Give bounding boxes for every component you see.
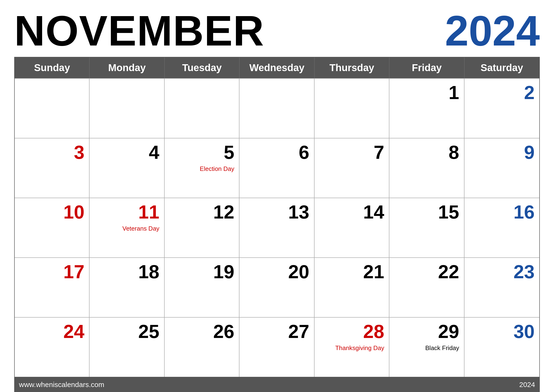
week-row-5: 2425262728Thanksgiving Day29Black Friday…	[15, 317, 539, 377]
calendar-header: NOVEMBER 2024	[14, 9, 540, 57]
footer-bar: www.wheniscalendars.com 2024	[14, 377, 540, 392]
day-number: 16	[513, 202, 535, 223]
day-cell: 8	[389, 138, 464, 198]
day-cell: 15	[389, 198, 464, 257]
day-cell: 4	[90, 138, 164, 198]
holiday-label: Election Day	[200, 165, 234, 173]
day-cell: 27	[239, 318, 314, 377]
day-cell: 29Black Friday	[389, 318, 464, 377]
week-row-2: 345Election Day6789	[15, 138, 539, 198]
holiday-label: Thanksgiving Day	[335, 344, 384, 352]
day-number: 27	[288, 321, 309, 342]
day-number: 24	[63, 321, 84, 342]
day-cell: 7	[315, 138, 389, 198]
week-row-3: 1011Veterans Day1213141516	[15, 198, 539, 257]
week-row-1: 12	[15, 78, 539, 138]
day-number: 13	[288, 202, 309, 223]
year-title: 2024	[445, 9, 540, 52]
holiday-label: Veterans Day	[122, 225, 159, 232]
day-number: 30	[513, 321, 535, 342]
day-cell: 16	[464, 198, 539, 257]
day-cell	[315, 79, 389, 138]
day-header-tuesday: Tuesday	[165, 57, 239, 78]
day-cell: 21	[315, 258, 389, 317]
day-number: 21	[363, 261, 384, 282]
day-header-wednesday: Wednesday	[239, 57, 314, 78]
day-number: 2	[524, 82, 535, 103]
day-number: 5	[224, 142, 235, 163]
day-cell	[239, 79, 314, 138]
day-cell: 5Election Day	[165, 138, 239, 198]
day-cell: 12	[165, 198, 239, 257]
day-header-saturday: Saturday	[464, 57, 539, 78]
day-number: 22	[438, 261, 459, 282]
day-cell: 18	[90, 258, 164, 317]
day-cell: 25	[90, 318, 164, 377]
day-number: 7	[374, 142, 384, 163]
day-number: 17	[63, 261, 84, 282]
day-header-friday: Friday	[389, 57, 464, 78]
week-row-4: 17181920212223	[15, 257, 539, 317]
calendar-container: NOVEMBER 2024 SundayMondayTuesdayWednesd…	[0, 0, 554, 392]
day-number: 15	[438, 202, 459, 223]
day-cell: 3	[15, 138, 90, 198]
day-number: 14	[363, 202, 384, 223]
day-header-sunday: Sunday	[15, 57, 90, 78]
day-cell: 2	[464, 79, 539, 138]
day-header-monday: Monday	[90, 57, 164, 78]
day-cell: 20	[239, 258, 314, 317]
day-cell: 14	[315, 198, 389, 257]
footer-website: www.wheniscalendars.com	[19, 381, 104, 389]
day-cell: 23	[464, 258, 539, 317]
footer-year: 2024	[519, 381, 535, 389]
day-cell: 9	[464, 138, 539, 198]
day-cell: 26	[165, 318, 239, 377]
day-number: 23	[513, 261, 535, 282]
day-number: 20	[288, 261, 309, 282]
day-cell: 19	[165, 258, 239, 317]
day-number: 18	[138, 261, 159, 282]
day-number: 28	[363, 321, 384, 342]
day-cell: 24	[15, 318, 90, 377]
day-cell: 1	[389, 79, 464, 138]
day-cell: 13	[239, 198, 314, 257]
day-number: 4	[149, 142, 159, 163]
day-cell	[15, 79, 90, 138]
day-cell: 17	[15, 258, 90, 317]
day-cell: 10	[15, 198, 90, 257]
day-number: 9	[524, 142, 535, 163]
day-number: 11	[138, 202, 159, 223]
day-number: 12	[213, 202, 234, 223]
day-header-thursday: Thursday	[315, 57, 389, 78]
day-number: 19	[213, 261, 234, 282]
day-number: 8	[449, 142, 459, 163]
day-number: 1	[449, 82, 459, 103]
day-cell: 28Thanksgiving Day	[315, 318, 389, 377]
day-cell: 30	[464, 318, 539, 377]
weeks-container: 12345Election Day67891011Veterans Day121…	[15, 78, 539, 377]
day-number: 3	[74, 142, 84, 163]
day-cell	[90, 79, 164, 138]
day-cell: 11Veterans Day	[90, 198, 164, 257]
day-cell: 22	[389, 258, 464, 317]
day-number: 26	[213, 321, 234, 342]
day-cell	[165, 79, 239, 138]
day-cell: 6	[239, 138, 314, 198]
holiday-label: Black Friday	[425, 344, 459, 352]
day-number: 29	[438, 321, 459, 342]
calendar-grid: SundayMondayTuesdayWednesdayThursdayFrid…	[14, 57, 540, 377]
month-title: NOVEMBER	[14, 9, 264, 52]
day-headers-row: SundayMondayTuesdayWednesdayThursdayFrid…	[15, 57, 539, 78]
day-number: 25	[138, 321, 159, 342]
day-number: 6	[299, 142, 309, 163]
day-number: 10	[63, 202, 84, 223]
